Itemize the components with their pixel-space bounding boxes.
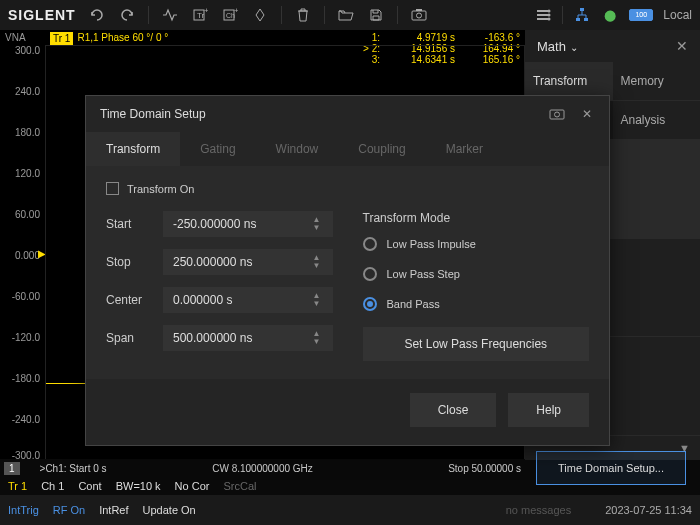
y-axis: 300.0 240.0 180.0 120.0 60.00 0.000 -60.… [0,45,45,445]
dialog-tabs: Transform Gating Window Coupling Marker [86,132,609,166]
tab-marker[interactable]: Marker [426,132,503,166]
trash-icon[interactable] [294,6,312,24]
set-low-pass-button[interactable]: Set Low Pass Frequencies [363,327,590,361]
spin-down-icon[interactable]: ▼ [313,339,323,345]
status-srccal[interactable]: SrcCal [223,480,256,492]
menu-icon[interactable] [534,6,552,24]
checkbox-icon[interactable] [106,182,119,195]
time-domain-setup-button[interactable]: Time Domain Setup... [536,451,686,485]
svg-rect-15 [580,8,584,11]
radio-band-pass[interactable]: Band Pass [363,297,590,311]
top-toolbar: SIGLENT Tr+ Ch+ ⬤ 100 Local [0,0,700,30]
save-icon[interactable] [367,6,385,24]
svg-point-12 [548,10,551,13]
trace-tag[interactable]: Tr 1 [50,32,73,45]
start-field[interactable]: -250.000000 ns▲▼ [163,211,333,237]
svg-rect-6 [412,11,426,20]
span-label: Span [106,331,151,345]
spin-down-icon[interactable]: ▼ [313,225,323,231]
tab-coupling[interactable]: Coupling [338,132,425,166]
stop-label: Stop [106,255,151,269]
status-datetime: 2023-07-25 11:34 [605,504,692,516]
power-icon[interactable]: ⬤ [601,6,619,24]
vna-label: VNA [5,32,26,43]
status-rfon[interactable]: RF On [53,504,85,516]
status-intref[interactable]: IntRef [99,504,128,516]
svg-point-7 [416,13,421,18]
folder-open-icon[interactable] [337,6,355,24]
channel-status-bar: 1 >Ch1: Start 0 s CW 8.100000000 GHz Sto… [0,459,525,477]
trace-info: R1,1 Phase 60 °/ 0 ° [77,32,168,45]
tab-transform[interactable]: Transform [86,132,180,166]
side-tab-memory[interactable]: Memory [613,62,701,101]
svg-text:+: + [204,7,208,15]
waveform-icon[interactable] [161,6,179,24]
channel-stop: Stop 50.00000 s [448,463,521,474]
svg-point-13 [548,14,551,17]
channel-cw: CW 8.100000000 GHz [212,463,313,474]
spin-down-icon[interactable]: ▼ [313,263,323,269]
brand-logo: SIGLENT [8,7,76,23]
screenshot-icon[interactable] [410,6,428,24]
undo-icon[interactable] [88,6,106,24]
span-field[interactable]: 500.000000 ns▲▼ [163,325,333,351]
close-button[interactable]: Close [410,393,497,427]
svg-rect-17 [584,18,588,21]
trace-add-icon[interactable]: Tr+ [191,6,209,24]
time-domain-setup-dialog: Time Domain Setup ✕ Transform Gating Win… [85,95,610,446]
tab-gating[interactable]: Gating [180,132,255,166]
redo-icon[interactable] [118,6,136,24]
dialog-close-icon[interactable]: ✕ [579,106,595,122]
dialog-title: Time Domain Setup [100,107,206,121]
svg-text:+: + [234,7,238,15]
center-label: Center [106,293,151,307]
channel-number[interactable]: 1 [4,462,20,475]
status-inttrig[interactable]: IntTrig [8,504,39,516]
network-icon[interactable] [573,6,591,24]
tab-window[interactable]: Window [256,132,339,166]
help-button[interactable]: Help [508,393,589,427]
local-button[interactable]: Local [663,8,692,22]
channel-start: >Ch1: Start 0 s [40,463,107,474]
channel-add-icon[interactable]: Ch+ [221,6,239,24]
transform-mode-header: Transform Mode [363,211,590,225]
status-nocor[interactable]: No Cor [175,480,210,492]
close-icon[interactable]: ✕ [676,38,688,54]
side-title: Math ⌄ [537,39,578,54]
radio-low-pass-impulse[interactable]: Low Pass Impulse [363,237,590,251]
svg-rect-18 [550,110,564,119]
status-ch[interactable]: Ch 1 [41,480,64,492]
svg-point-19 [555,112,560,117]
status-messages[interactable]: no messages [506,504,571,516]
status-update[interactable]: Update On [143,504,196,516]
stop-field[interactable]: 250.000000 ns▲▼ [163,249,333,275]
status-cont[interactable]: Cont [78,480,101,492]
system-status-bar: IntTrig RF On IntRef Update On no messag… [0,495,700,525]
svg-rect-8 [416,9,422,11]
side-tab-analysis[interactable]: Analysis [613,101,701,140]
radio-low-pass-step[interactable]: Low Pass Step [363,267,590,281]
spin-down-icon[interactable]: ▼ [313,301,323,307]
center-field[interactable]: 0.000000 s▲▼ [163,287,333,313]
transform-on-checkbox[interactable]: Transform On [106,182,589,195]
camera-icon[interactable] [549,106,565,122]
status-tr[interactable]: Tr 1 [8,480,27,492]
svg-point-14 [548,18,551,21]
status-bw[interactable]: BW=10 k [116,480,161,492]
marker-icon[interactable] [251,6,269,24]
start-label: Start [106,217,151,231]
svg-rect-16 [576,18,580,21]
battery-icon: 100 [629,9,653,21]
